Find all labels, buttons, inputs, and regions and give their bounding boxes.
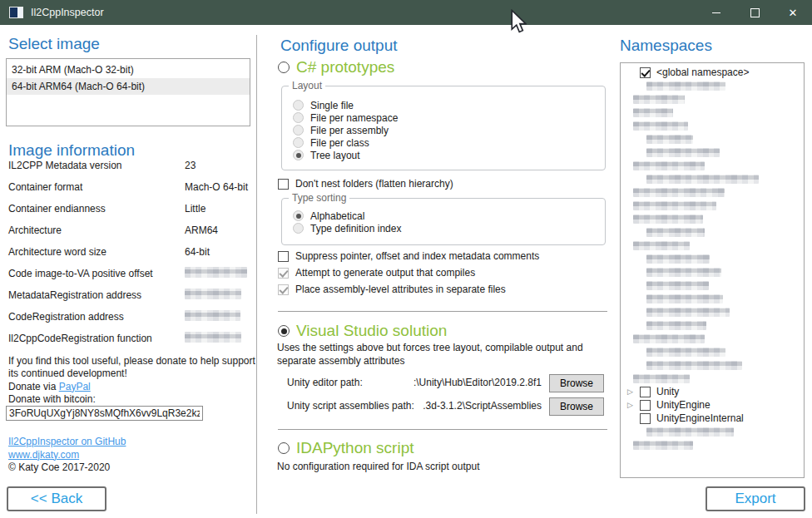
layout-option-radio[interactable]: File per assembly — [293, 124, 605, 136]
info-row: CodeRegistration address — [8, 308, 251, 329]
browse-unity-editor-button[interactable]: Browse — [549, 374, 604, 392]
namespace-item[interactable]: ▷ — [621, 212, 804, 225]
visual-studio-description: Uses the settings above but forces tree … — [277, 342, 613, 368]
info-row: Code image-to-VA positive offset — [8, 264, 251, 286]
namespace-item[interactable]: ▷ — [621, 132, 804, 146]
redacted-namespace — [633, 241, 690, 250]
namespace-item[interactable]: ▷ UnityEngine — [621, 398, 804, 412]
type-sorting-option-radio[interactable]: Type definition index — [293, 222, 605, 234]
donate-bitcoin-label: Donate with bitcoin: — [8, 393, 96, 405]
namespace-item[interactable]: ▷ — [621, 305, 804, 318]
layout-option-radio[interactable]: File per namespace — [293, 111, 605, 124]
namespace-item[interactable]: ▷ — [621, 318, 804, 332]
expander-icon[interactable]: ▷ — [627, 401, 640, 409]
namespace-item[interactable]: ▷ — [621, 146, 804, 159]
back-button[interactable]: << Back — [7, 486, 106, 511]
maximize-icon — [750, 8, 760, 17]
namespace-checkbox[interactable] — [640, 67, 651, 78]
namespace-item[interactable]: ▷ — [621, 358, 804, 372]
namespace-item[interactable]: ▷ — [621, 345, 804, 358]
paypal-link[interactable]: PayPal — [59, 381, 91, 392]
csharp-prototypes-radio[interactable]: C# prototypes — [278, 58, 394, 76]
github-link[interactable]: Il2CppInspector on GitHub — [8, 436, 126, 447]
image-listbox[interactable]: 32-bit ARM (Mach-O 32-bit) 64-bit ARM64 … — [6, 58, 250, 126]
namespace-item[interactable]: ▷ — [621, 292, 804, 305]
redacted-namespace — [646, 308, 730, 317]
layout-option-radio[interactable]: File per class — [293, 136, 605, 149]
visual-studio-solution-radio[interactable]: Visual Studio solution — [278, 322, 447, 340]
radio-label: Type definition index — [310, 223, 401, 234]
column-separator — [256, 35, 257, 514]
maximize-button[interactable] — [735, 0, 774, 25]
redacted-namespace — [633, 161, 705, 170]
checkbox-icon — [278, 179, 289, 190]
namespace-item[interactable]: ▷ — [621, 332, 804, 345]
checkbox-label: Suppress pointer, offset and index metad… — [295, 250, 539, 262]
output-option-checkbox[interactable]: Attempt to generate output that compiles — [278, 264, 539, 281]
namespace-item[interactable]: ▷ — [621, 92, 804, 106]
namespace-item[interactable]: ▷ — [621, 199, 804, 212]
donation-message: If you find this tool useful, please don… — [8, 355, 255, 379]
close-button[interactable]: ✕ — [774, 0, 812, 25]
type-sorting-option-radio[interactable]: Alphabetical — [293, 210, 605, 222]
namespace-item[interactable]: ▷ — [621, 172, 804, 185]
namespace-item[interactable]: ▷ — [621, 425, 804, 438]
namespace-item[interactable]: ▷ — [621, 265, 804, 279]
radio-label: Single file — [310, 100, 354, 111]
image-list-item[interactable]: 32-bit ARM (Mach-O 32-bit) — [7, 62, 250, 78]
namespace-item[interactable]: ▷ UnityEngineInternal — [621, 412, 804, 425]
namespace-item[interactable]: ▷ — [621, 279, 804, 292]
redacted-namespace — [633, 201, 716, 210]
layout-option-radio[interactable]: Tree layout — [293, 149, 605, 161]
info-value: Little — [185, 203, 205, 215]
namespace-item[interactable]: ▷ — [621, 252, 804, 265]
namespace-item[interactable]: ▷ — [621, 239, 804, 252]
info-label: Container endianness — [8, 203, 106, 215]
type-sorting-groupbox: Type sorting Alphabetical Type definitio… — [281, 198, 606, 245]
namespace-item[interactable]: ▷ <global namespace> — [621, 66, 804, 79]
layout-option-radio[interactable]: Single file — [293, 99, 605, 111]
radio-icon — [293, 100, 304, 111]
namespace-checkbox[interactable] — [640, 413, 651, 424]
browse-script-assemblies-button[interactable]: Browse — [549, 397, 604, 416]
checkbox-icon — [278, 268, 289, 279]
namespace-item[interactable]: ▷ — [621, 79, 804, 92]
namespace-checkbox[interactable] — [640, 387, 651, 397]
info-value: ARM64 — [185, 224, 218, 236]
checkbox-label: Place assembly-level attributes in separ… — [295, 284, 506, 295]
info-label: Code image-to-VA positive offset — [8, 268, 153, 279]
section-separator — [278, 311, 607, 312]
namespaces-listbox[interactable]: ▷ <global namespace> ▷ ▷ ▷ — [620, 62, 805, 478]
type-sorting-group-title: Type sorting — [289, 192, 349, 204]
minimize-button[interactable] — [697, 0, 735, 25]
bitcoin-address-input[interactable] — [6, 406, 203, 421]
website-link[interactable]: www.djkaty.com — [8, 449, 79, 461]
namespace-item[interactable]: ▷ — [621, 106, 804, 119]
namespace-item[interactable]: ▷ — [621, 159, 804, 172]
redacted-namespace — [633, 215, 703, 224]
idapython-script-radio[interactable]: IDAPython script — [278, 439, 414, 457]
namespace-checkbox[interactable] — [640, 400, 651, 411]
radio-icon — [278, 62, 290, 73]
expander-icon[interactable]: ▷ — [627, 387, 640, 396]
info-value: 64-bit — [185, 246, 210, 258]
export-button[interactable]: Export — [706, 486, 805, 511]
output-option-checkbox[interactable]: Place assembly-level attributes in separ… — [278, 281, 539, 298]
redacted-namespace — [633, 108, 673, 117]
namespace-item[interactable]: ▷ — [621, 372, 804, 385]
info-row: IL2CPP Metadata version 23 — [8, 156, 251, 178]
copyright-text: © Katy Coe 2017-2020 — [8, 461, 110, 473]
output-option-checkbox[interactable]: Suppress pointer, offset and index metad… — [278, 248, 539, 264]
app-window: Il2CppInspector ✕ Select image 32-bit AR… — [0, 0, 812, 518]
checkbox-label: Attempt to generate output that compiles — [295, 267, 475, 279]
namespace-item[interactable]: ▷ — [621, 119, 804, 132]
flatten-hierarchy-checkbox[interactable]: Don't nest folders (flatten hierarchy) — [278, 178, 453, 190]
image-list-item[interactable]: 64-bit ARM64 (Mach-O 64-bit) — [7, 78, 250, 95]
namespace-item[interactable]: ▷ — [621, 185, 804, 199]
namespace-item[interactable]: ▷ — [621, 225, 804, 239]
namespace-item[interactable]: ▷ — [621, 438, 804, 451]
info-value: Mach-O 64-bit — [185, 181, 248, 193]
namespace-label: UnityEngine — [656, 399, 710, 411]
namespace-item[interactable]: ▷ Unity — [621, 385, 804, 398]
radio-label: Tree layout — [310, 150, 360, 161]
